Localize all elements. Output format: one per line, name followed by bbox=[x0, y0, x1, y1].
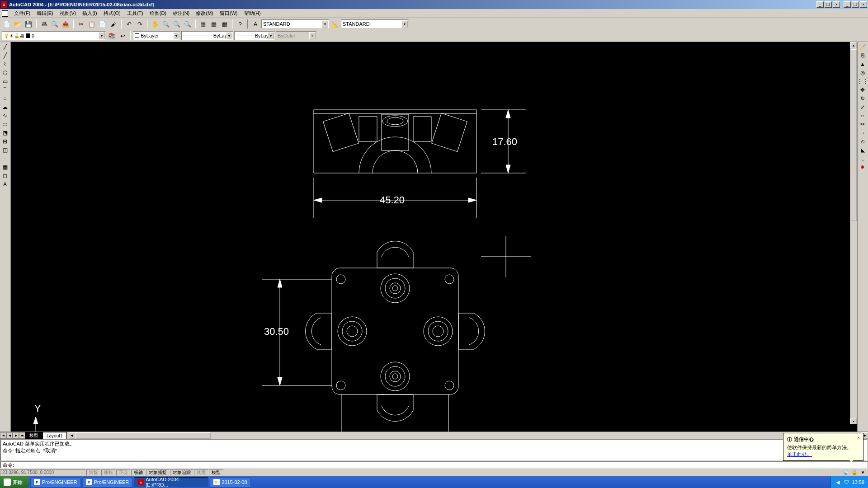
minimize-button[interactable]: _ bbox=[844, 1, 851, 8]
paste-button[interactable]: 📄 bbox=[98, 19, 108, 29]
pline-tool[interactable]: ⌇ bbox=[0, 60, 10, 68]
balloon-close-button[interactable]: × bbox=[856, 435, 861, 441]
menu-view[interactable]: 视图(V) bbox=[57, 9, 80, 18]
tab-next[interactable]: ▶ bbox=[13, 432, 19, 439]
menu-window[interactable]: 窗口(W) bbox=[217, 9, 241, 18]
tab-first[interactable]: ⏮ bbox=[0, 432, 6, 439]
mode-osnap[interactable]: 对象捕捉 bbox=[146, 469, 170, 476]
stretch-tool[interactable]: ↔ bbox=[858, 112, 868, 120]
task-autocad[interactable]: aAutoCAD 2004 - [E:\PRO... bbox=[134, 477, 208, 488]
publish-button[interactable]: 📤 bbox=[61, 19, 71, 29]
move-tool[interactable]: ✥ bbox=[858, 86, 868, 94]
tray-icon-1[interactable]: ◀ bbox=[835, 479, 841, 485]
insert-tool[interactable]: ⊞ bbox=[0, 137, 10, 145]
dimstyle-icon[interactable]: 📐 bbox=[330, 19, 340, 29]
mirror-tool[interactable]: ▲ bbox=[858, 60, 868, 68]
zoom-rt-button[interactable]: 🔍 bbox=[161, 19, 171, 29]
rectangle-tool[interactable]: ▭ bbox=[0, 77, 10, 85]
mode-model[interactable]: 模型 bbox=[209, 469, 223, 476]
menu-modify[interactable]: 修改(M) bbox=[193, 9, 217, 18]
color-combo[interactable]: ByLayer▼ bbox=[133, 31, 180, 40]
menu-help[interactable]: 帮助(H) bbox=[241, 9, 264, 18]
tab-last[interactable]: ⏭ bbox=[19, 432, 25, 439]
restore-button[interactable]: ❐ bbox=[852, 1, 859, 8]
menu-format[interactable]: 格式(O) bbox=[100, 9, 124, 18]
layermgr-button[interactable]: 📚 bbox=[107, 31, 117, 41]
tray-comm-icon[interactable]: 📡 bbox=[842, 469, 849, 476]
tray-lock-icon[interactable]: 🔒 bbox=[851, 469, 858, 476]
block-tool[interactable]: ◫ bbox=[0, 146, 10, 154]
tray-icon-2[interactable]: 🛡 bbox=[843, 479, 849, 485]
vertical-scrollbar[interactable]: ▲▼ bbox=[850, 42, 857, 424]
spline-tool[interactable]: ∿ bbox=[0, 112, 10, 120]
text-tool[interactable]: A bbox=[0, 180, 10, 188]
status-coords[interactable]: 23.3296, 91.7580, 0.0000 bbox=[0, 469, 86, 476]
doc-minimize-button[interactable]: _ bbox=[816, 1, 824, 8]
linetype-combo[interactable]: ByLayer▼ bbox=[181, 31, 233, 40]
close-button[interactable]: × bbox=[860, 1, 867, 8]
tab-prev[interactable]: ◀ bbox=[6, 432, 13, 439]
erase-tool[interactable]: 🧹 bbox=[858, 43, 868, 51]
textstyle-icon[interactable]: A bbox=[250, 19, 260, 29]
matchprop-button[interactable]: 🖌 bbox=[108, 19, 118, 29]
menu-dimension[interactable]: 标注(N) bbox=[170, 9, 193, 18]
mode-ortho[interactable]: 正交 bbox=[116, 469, 131, 476]
line-tool[interactable]: ╱ bbox=[0, 43, 10, 51]
mode-snap[interactable]: 捕捉 bbox=[86, 469, 101, 476]
circle-tool[interactable]: ○ bbox=[0, 94, 10, 103]
help-button[interactable]: ? bbox=[235, 19, 245, 29]
lineweight-combo[interactable]: ByLayer▼ bbox=[234, 31, 275, 40]
redo-button[interactable]: ↷ bbox=[135, 19, 145, 29]
scale-tool[interactable]: ⤢ bbox=[858, 103, 868, 111]
xline-tool[interactable]: ╱ bbox=[0, 52, 10, 60]
polygon-tool[interactable]: ⬠ bbox=[0, 69, 10, 77]
trim-tool[interactable]: ✂ bbox=[858, 120, 868, 128]
new-button[interactable]: 📄 bbox=[2, 19, 12, 29]
chamfer-tool[interactable]: ◣ bbox=[858, 146, 868, 154]
task-proe-2[interactable]: PPro/ENGINEER bbox=[82, 477, 133, 488]
array-tool[interactable]: ⋮⋮ bbox=[858, 77, 868, 85]
tray-menu-icon[interactable]: ▾ bbox=[859, 469, 867, 476]
mode-polar[interactable]: 极轴 bbox=[131, 469, 146, 476]
mode-lwt[interactable]: 线宽 bbox=[194, 469, 208, 476]
undo-button[interactable]: ↶ bbox=[124, 19, 134, 29]
open-button[interactable]: 📂 bbox=[13, 19, 23, 29]
copy-tool[interactable]: ⎘ bbox=[858, 52, 868, 60]
explode-tool[interactable]: ✸ bbox=[858, 163, 868, 171]
clock[interactable]: 13:59 bbox=[852, 479, 864, 485]
mode-otrack[interactable]: 对象追踪 bbox=[170, 469, 193, 476]
print-button[interactable]: 🖶 bbox=[39, 19, 49, 29]
menu-draw[interactable]: 绘图(D) bbox=[146, 9, 170, 18]
menu-file[interactable]: 文件(F) bbox=[11, 9, 33, 18]
doc-close-button[interactable]: × bbox=[833, 1, 840, 8]
cut-button[interactable]: ✂ bbox=[76, 19, 86, 29]
region-tool[interactable]: ◻ bbox=[0, 172, 10, 180]
tab-model[interactable]: 模型 bbox=[25, 432, 42, 439]
zoom-prev-button[interactable]: 🔍 bbox=[183, 19, 193, 29]
textstyle-combo[interactable]: STANDARD▼ bbox=[261, 19, 329, 28]
save-button[interactable]: 💾 bbox=[24, 19, 33, 29]
tab-layout1[interactable]: Layout1 bbox=[42, 432, 67, 439]
start-button[interactable]: ⊞开始 bbox=[0, 476, 29, 488]
dimstyle-combo[interactable]: STANDARD▼ bbox=[341, 19, 409, 28]
dc-button[interactable]: ▦ bbox=[209, 19, 219, 29]
layer-combo[interactable]: 💡☀🔓🖶 0 ▼ bbox=[2, 31, 106, 40]
revcloud-tool[interactable]: ☁ bbox=[0, 103, 10, 111]
pan-button[interactable]: ✋ bbox=[150, 19, 160, 29]
menu-insert[interactable]: 插入(I) bbox=[79, 9, 100, 18]
rotate-tool[interactable]: ↻ bbox=[858, 94, 868, 103]
properties-button[interactable]: ▦ bbox=[198, 19, 208, 29]
tp-button[interactable]: ▦ bbox=[220, 19, 230, 29]
fillet-tool[interactable]: ◟ bbox=[858, 155, 868, 163]
horizontal-scrollbar[interactable]: ◀▶ bbox=[69, 432, 868, 439]
layerprev-button[interactable]: ↩ bbox=[118, 31, 127, 41]
break-tool[interactable]: ⎋ bbox=[858, 137, 868, 145]
arc-tool[interactable]: ⌒ bbox=[0, 86, 10, 94]
menu-tools[interactable]: 工具(T) bbox=[124, 9, 146, 18]
drawing-canvas[interactable]: 17.60 45.20 bbox=[11, 42, 857, 432]
zoom-win-button[interactable]: 🔍 bbox=[172, 19, 182, 29]
command-input[interactable]: 命令: bbox=[0, 461, 868, 469]
task-proe-1[interactable]: PPro/ENGINEER bbox=[30, 477, 81, 488]
doc-restore-button[interactable]: ❐ bbox=[825, 1, 832, 8]
ellipsearc-tool[interactable]: ⬔ bbox=[0, 129, 10, 137]
